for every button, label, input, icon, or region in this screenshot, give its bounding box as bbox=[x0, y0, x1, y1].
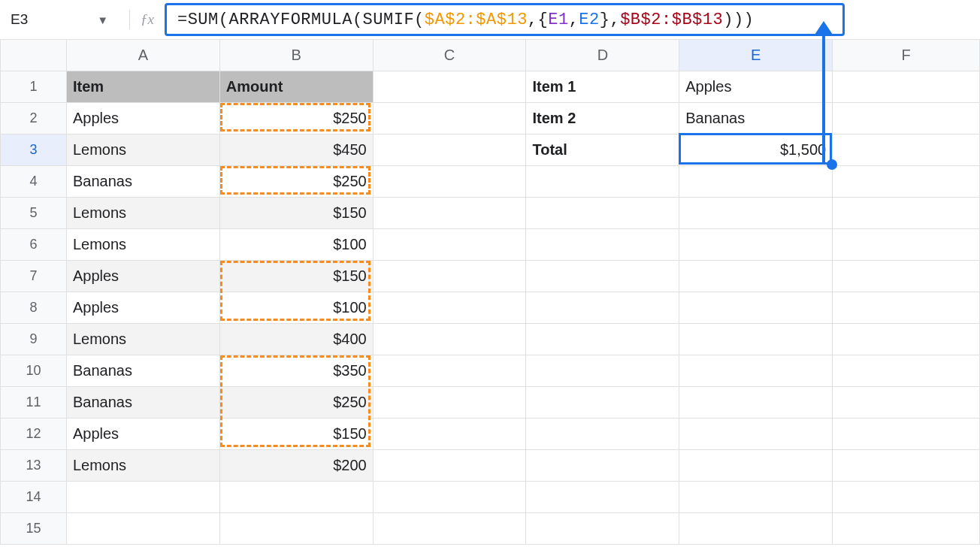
cell-B13[interactable]: $200 bbox=[219, 450, 373, 482]
row-header-2[interactable]: 2 bbox=[1, 103, 67, 134]
cell-B8[interactable]: $100 bbox=[219, 292, 373, 324]
row-header-8[interactable]: 8 bbox=[1, 292, 67, 324]
row-header-6[interactable]: 6 bbox=[1, 229, 67, 261]
cell-D4[interactable] bbox=[526, 166, 679, 198]
cell-B9[interactable]: $400 bbox=[219, 324, 373, 355]
cell-C14[interactable] bbox=[373, 482, 526, 513]
cell-D7[interactable] bbox=[526, 261, 679, 292]
row-header-13[interactable]: 13 bbox=[1, 450, 67, 482]
cell-C11[interactable] bbox=[373, 387, 526, 419]
select-all-corner[interactable] bbox=[1, 40, 67, 71]
cell-C6[interactable] bbox=[373, 229, 526, 261]
cell-B4[interactable]: $250 bbox=[219, 166, 373, 198]
cell-A14[interactable] bbox=[66, 482, 219, 513]
cell-E4[interactable] bbox=[679, 166, 833, 198]
cell-A7[interactable]: Apples bbox=[66, 261, 219, 292]
cell-B2[interactable]: $250 bbox=[219, 103, 373, 134]
column-header-f[interactable]: F bbox=[833, 40, 980, 71]
column-header-c[interactable]: C bbox=[373, 40, 526, 71]
row-header-15[interactable]: 15 bbox=[1, 513, 67, 545]
cell-A12[interactable]: Apples bbox=[66, 419, 219, 450]
cell-C3[interactable] bbox=[373, 134, 526, 166]
cell-C9[interactable] bbox=[373, 324, 526, 355]
cell-F9[interactable] bbox=[833, 324, 980, 355]
cell-C2[interactable] bbox=[373, 103, 526, 134]
cell-D10[interactable] bbox=[526, 355, 679, 387]
cell-D14[interactable] bbox=[526, 482, 679, 513]
cell-A6[interactable]: Lemons bbox=[66, 229, 219, 261]
cell-C15[interactable] bbox=[373, 513, 526, 545]
cell-C8[interactable] bbox=[373, 292, 526, 324]
cell-B5[interactable]: $150 bbox=[219, 198, 373, 229]
cell-B1[interactable]: Amount bbox=[219, 71, 373, 103]
cell-F2[interactable] bbox=[833, 103, 980, 134]
cell-F11[interactable] bbox=[833, 387, 980, 419]
row-header-4[interactable]: 4 bbox=[1, 166, 67, 198]
cell-E1[interactable]: Apples bbox=[679, 71, 833, 103]
row-header-9[interactable]: 9 bbox=[1, 324, 67, 355]
cell-D13[interactable] bbox=[526, 450, 679, 482]
cell-E8[interactable] bbox=[679, 292, 833, 324]
cell-F6[interactable] bbox=[833, 229, 980, 261]
cell-B3[interactable]: $450 bbox=[219, 134, 373, 166]
cell-F12[interactable] bbox=[833, 419, 980, 450]
cell-B6[interactable]: $100 bbox=[219, 229, 373, 261]
cell-B15[interactable] bbox=[219, 513, 373, 545]
cell-F10[interactable] bbox=[833, 355, 980, 387]
cell-E3[interactable]: $1,500 bbox=[679, 134, 833, 166]
cell-A10[interactable]: Bananas bbox=[66, 355, 219, 387]
column-header-b[interactable]: B bbox=[219, 40, 373, 71]
cell-C5[interactable] bbox=[373, 198, 526, 229]
cell-D2[interactable]: Item 2 bbox=[526, 103, 679, 134]
name-box[interactable]: E3 ▼ bbox=[8, 6, 119, 33]
cell-F8[interactable] bbox=[833, 292, 980, 324]
column-header-e[interactable]: E bbox=[679, 40, 833, 71]
cell-A4[interactable]: Bananas bbox=[66, 166, 219, 198]
cell-E11[interactable] bbox=[679, 387, 833, 419]
row-header-7[interactable]: 7 bbox=[1, 261, 67, 292]
column-header-a[interactable]: A bbox=[66, 40, 219, 71]
formula-bar[interactable]: =SUM(ARRAYFORMULA(SUMIF($A$2:$A$13, {E1,… bbox=[165, 3, 845, 36]
cell-F7[interactable] bbox=[833, 261, 980, 292]
column-header-d[interactable]: D bbox=[526, 40, 679, 71]
cell-A2[interactable]: Apples bbox=[66, 103, 219, 134]
cell-A3[interactable]: Lemons bbox=[66, 134, 219, 166]
cell-C12[interactable] bbox=[373, 419, 526, 450]
cell-A11[interactable]: Bananas bbox=[66, 387, 219, 419]
row-header-14[interactable]: 14 bbox=[1, 482, 67, 513]
cell-F5[interactable] bbox=[833, 198, 980, 229]
cell-B10[interactable]: $350 bbox=[219, 355, 373, 387]
cell-F4[interactable] bbox=[833, 166, 980, 198]
row-header-5[interactable]: 5 bbox=[1, 198, 67, 229]
cell-A13[interactable]: Lemons bbox=[66, 450, 219, 482]
cell-C13[interactable] bbox=[373, 450, 526, 482]
cell-A8[interactable]: Apples bbox=[66, 292, 219, 324]
cell-D11[interactable] bbox=[526, 387, 679, 419]
cell-D6[interactable] bbox=[526, 229, 679, 261]
cell-D12[interactable] bbox=[526, 419, 679, 450]
cell-E6[interactable] bbox=[679, 229, 833, 261]
cell-E15[interactable] bbox=[679, 513, 833, 545]
cell-A15[interactable] bbox=[66, 513, 219, 545]
cell-B14[interactable] bbox=[219, 482, 373, 513]
cell-C4[interactable] bbox=[373, 166, 526, 198]
cell-B12[interactable]: $150 bbox=[219, 419, 373, 450]
cell-C1[interactable] bbox=[373, 71, 526, 103]
cell-E5[interactable] bbox=[679, 198, 833, 229]
cell-E12[interactable] bbox=[679, 419, 833, 450]
fill-handle[interactable] bbox=[827, 159, 837, 170]
cell-E2[interactable]: Bananas bbox=[679, 103, 833, 134]
cell-E7[interactable] bbox=[679, 261, 833, 292]
cell-C7[interactable] bbox=[373, 261, 526, 292]
row-header-11[interactable]: 11 bbox=[1, 387, 67, 419]
cell-E14[interactable] bbox=[679, 482, 833, 513]
cell-D5[interactable] bbox=[526, 198, 679, 229]
cell-A1[interactable]: Item bbox=[66, 71, 219, 103]
cell-D15[interactable] bbox=[526, 513, 679, 545]
cell-E13[interactable] bbox=[679, 450, 833, 482]
cell-A9[interactable]: Lemons bbox=[66, 324, 219, 355]
cell-F3[interactable] bbox=[833, 134, 980, 166]
cell-D1[interactable]: Item 1 bbox=[526, 71, 679, 103]
name-box-dropdown-icon[interactable]: ▼ bbox=[97, 14, 108, 26]
cell-F14[interactable] bbox=[833, 482, 980, 513]
